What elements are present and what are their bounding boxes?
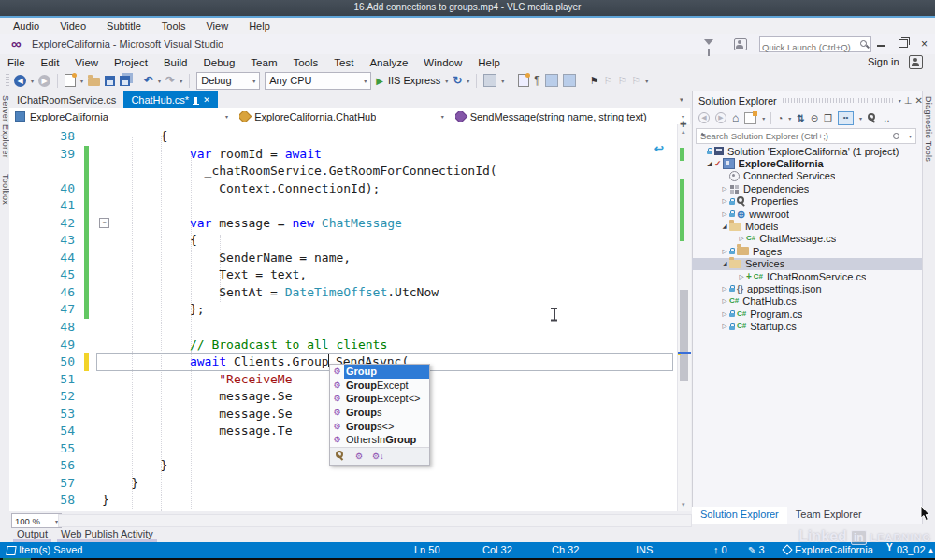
recent-files-icon[interactable]: ◔ xyxy=(777,113,783,123)
vs-menu-file[interactable]: File xyxy=(7,57,25,68)
code-line-wrap[interactable]: _chatRoomService.GetRoomForConnectionId( xyxy=(9,163,675,180)
start-debugging-icon[interactable]: ▶ xyxy=(376,76,383,86)
undo-dropdown-icon[interactable]: ▾ xyxy=(158,78,161,84)
tree-item-models[interactable]: ◢Models xyxy=(692,220,922,232)
platform-dropdown[interactable]: Any CPU▾ xyxy=(265,72,371,90)
debug-target-dropdown[interactable]: Debug▾ xyxy=(196,72,260,90)
tree-item-dependencies[interactable]: ▷Dependencies xyxy=(692,182,922,194)
vs-menu-help[interactable]: Help xyxy=(478,57,500,68)
solution-search-box[interactable]: ▾ xyxy=(696,128,916,144)
solution-search-input[interactable] xyxy=(697,130,893,142)
new-file-icon[interactable] xyxy=(65,74,76,87)
attach-dropdown-icon[interactable]: ▾ xyxy=(501,78,504,84)
unpushed-commits[interactable]: ↑ 0 xyxy=(713,544,727,555)
expander-icon[interactable]: ▷ xyxy=(720,297,729,305)
undo-icon[interactable]: ↶ xyxy=(144,74,153,87)
completion-item-groupexcept[interactable]: ⚙GroupExcept xyxy=(330,379,429,393)
vs-menu-edit[interactable]: Edit xyxy=(41,57,60,68)
document-tab-chathub-cs[interactable]: ChatHub.cs*✕ xyxy=(123,91,217,108)
filter-extension-methods-icon[interactable]: ⚙↓ xyxy=(372,450,384,463)
prev-bookmark-icon[interactable]: ⚐ xyxy=(604,75,613,87)
vs-menu-tools[interactable]: Tools xyxy=(293,57,318,68)
tool-tab-team-explorer[interactable]: Team Explorer xyxy=(787,507,870,524)
close-tab-icon[interactable]: ✕ xyxy=(203,95,210,105)
pin-tab-icon[interactable] xyxy=(194,97,197,104)
expander-icon[interactable]: ▷ xyxy=(720,210,729,218)
tree-item-wwwroot[interactable]: ▷⊕wwwroot xyxy=(692,208,922,220)
forward-icon[interactable]: ▶ xyxy=(715,112,726,123)
code-line-44[interactable]: 44 SenderName = name, xyxy=(9,250,675,267)
run-profile-label[interactable]: IIS Express xyxy=(388,75,440,86)
expander-icon[interactable]: ▷ xyxy=(720,310,729,318)
tree-item-properties[interactable]: ▷Properties xyxy=(692,195,922,208)
tool-tab-solution-explorer[interactable]: Solution Explorer xyxy=(692,507,787,524)
branch-name[interactable]: 03_02 ▴ xyxy=(886,544,933,556)
filter-properties-icon[interactable] xyxy=(336,451,346,461)
navigate-back-icon[interactable]: ◀ xyxy=(14,75,26,87)
vs-menu-build[interactable]: Build xyxy=(164,57,188,68)
bookmarks-dropdown-icon[interactable]: ▾ xyxy=(645,78,648,84)
expander-icon[interactable]: ▷ xyxy=(720,323,729,330)
overflow-icon[interactable]: ‥ xyxy=(884,113,890,123)
breadcrumb-segment-sendmessage[interactable]: SendMessage(string name, string text)▾ xyxy=(450,108,690,124)
breadcrumb-dropdown-icon[interactable]: ▾ xyxy=(225,113,228,120)
vlc-menu-help[interactable]: Help xyxy=(249,21,270,32)
vs-menu-debug[interactable]: Debug xyxy=(203,57,235,68)
vs-menu-window[interactable]: Window xyxy=(424,57,462,68)
document-tab-ichatroomservice-cs[interactable]: IChatRoomService.cs xyxy=(9,91,123,108)
back-icon[interactable]: ◀ xyxy=(698,112,710,123)
tree-item-startup-cs[interactable]: ▷C#Startup.cs xyxy=(692,320,922,332)
close-button[interactable]: × xyxy=(921,37,928,50)
expander-icon[interactable]: ▷ xyxy=(720,185,729,193)
tree-item-services[interactable]: ◢Services xyxy=(692,258,922,270)
expander-icon[interactable]: ▷ xyxy=(737,235,746,242)
scrollbar-thumb[interactable] xyxy=(680,290,688,381)
indent-increase-icon[interactable] xyxy=(563,74,576,87)
panel-tab-web-publish-activity[interactable]: Web Publish Activity xyxy=(61,526,153,542)
code-line-41[interactable]: 41 xyxy=(9,197,675,215)
tree-item-chathub-cs[interactable]: ▷C#ChatHub.cs xyxy=(692,295,922,308)
scroll-down-icon[interactable]: ▾ xyxy=(682,501,685,509)
sync-icon[interactable]: ⇅ xyxy=(797,113,804,123)
code-line-46[interactable]: 46 SentAt = DateTimeOffset.UtcNow xyxy=(9,284,675,302)
next-bookmark-icon[interactable]: ⚐ xyxy=(617,75,626,87)
vs-menu-analyze[interactable]: Analyze xyxy=(369,57,408,68)
completion-item-othersingroup[interactable]: ⚙OthersInGroup xyxy=(330,433,429,447)
redo-dropdown-icon[interactable]: ▾ xyxy=(180,78,182,84)
breadcrumb-segment-explorecalifornia-chathub[interactable]: ExploreCalifornia.ChatHub▾ xyxy=(234,108,450,124)
collapse-all-icon[interactable]: ⊝ xyxy=(811,113,818,123)
vs-menu-project[interactable]: Project xyxy=(114,57,148,68)
code-line-40[interactable]: 40 Context.ConnectionId); xyxy=(9,180,675,198)
vs-menu-view[interactable]: View xyxy=(75,57,98,68)
sign-in-link[interactable]: Sign in xyxy=(868,56,899,67)
expander-icon[interactable]: ◢ xyxy=(705,160,714,167)
expander-icon[interactable]: ◢ xyxy=(720,260,729,267)
code-line-47[interactable]: 47 }; xyxy=(9,301,675,319)
tree-item-connected-services[interactable]: Connected Services xyxy=(692,170,922,182)
fold-collapse-icon[interactable]: − xyxy=(99,218,109,228)
save-all-icon[interactable] xyxy=(120,76,130,86)
editor-horizontal-scrollbar[interactable] xyxy=(58,514,692,527)
pending-changes-filter-icon[interactable] xyxy=(744,112,756,124)
redo-icon[interactable]: ↷ xyxy=(165,74,175,87)
notifications-icon[interactable] xyxy=(704,39,713,45)
completion-item-group[interactable]: ⚙Group xyxy=(330,365,429,379)
tab-list-dropdown-icon[interactable]: ▾ xyxy=(680,96,683,104)
expander-icon[interactable]: ▷ xyxy=(720,248,729,255)
quick-launch-input[interactable] xyxy=(760,41,854,53)
vlc-menu-tools[interactable]: Tools xyxy=(162,21,186,32)
expander-icon[interactable]: ▷ xyxy=(720,285,729,293)
pin-icon[interactable]: ⊥ xyxy=(904,95,913,106)
code-line-43[interactable]: 43 { xyxy=(9,232,675,250)
scroll-up-icon[interactable]: ▴ xyxy=(682,128,685,136)
filter-methods-icon[interactable]: ⚙ xyxy=(355,450,363,463)
tree-item-chatmessage-cs[interactable]: ▷C#ChatMessage.cs xyxy=(692,233,922,245)
formatting-marks-icon[interactable]: ¶ xyxy=(534,74,539,87)
feedback-icon[interactable] xyxy=(734,38,747,50)
show-all-files-icon[interactable]: ❐ xyxy=(824,113,832,123)
new-file-dropdown-icon[interactable]: ▾ xyxy=(80,78,83,84)
code-line-58[interactable]: 58} xyxy=(9,492,675,510)
panel-tab-output[interactable]: Output xyxy=(17,526,48,542)
editor-split-handle[interactable]: ✚ xyxy=(680,120,687,129)
vlc-menu-view[interactable]: View xyxy=(206,21,228,32)
